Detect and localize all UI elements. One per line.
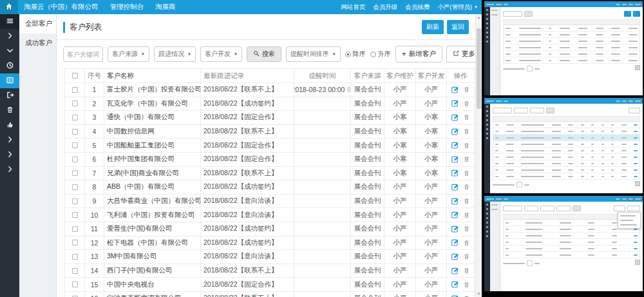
row-checkbox[interactable]	[72, 212, 78, 218]
row-checkbox[interactable]	[72, 268, 78, 274]
delete-icon[interactable]	[463, 128, 470, 135]
delete-icon[interactable]	[463, 211, 470, 219]
submenu-item-success-customers[interactable]: 成功客户	[19, 34, 56, 53]
sidebar-chevron-right-icon[interactable]	[0, 148, 19, 162]
edit-icon[interactable]	[451, 99, 459, 108]
row-checkbox[interactable]	[72, 157, 78, 162]
delete-icon[interactable]	[463, 294, 470, 297]
navbar-item-member-upgrade[interactable]: 会员升级	[369, 0, 401, 14]
edit-icon[interactable]	[451, 86, 459, 94]
user-menu[interactable]: 小严(管理员) ▼	[433, 0, 482, 14]
search-icon	[253, 50, 260, 58]
edit-icon[interactable]	[451, 183, 459, 191]
delete-icon[interactable]	[463, 225, 470, 233]
navbar-brand[interactable]: 淘展云（中国）有限公司	[18, 0, 104, 14]
keyword-input[interactable]	[63, 46, 103, 62]
row-checkbox[interactable]	[72, 198, 78, 204]
row-checkbox[interactable]	[72, 282, 78, 287]
sidebar-logout-icon[interactable]	[0, 88, 19, 103]
row-checkbox[interactable]	[72, 129, 78, 135]
edit-icon[interactable]	[451, 113, 459, 122]
vertical-scrollbar[interactable]: ▲ ▼	[475, 14, 482, 297]
row-checkbox[interactable]	[72, 101, 78, 106]
delete-icon[interactable]	[463, 113, 470, 121]
scrollbar-thumb[interactable]	[477, 28, 481, 109]
row-checkbox[interactable]	[72, 87, 78, 93]
sort-desc-radio[interactable]: 降序	[345, 50, 366, 59]
text-placeholder	[504, 101, 508, 102]
sort-select[interactable]: 提醒时间排序 ▼	[286, 46, 341, 62]
row-checkbox[interactable]	[72, 254, 78, 260]
sidebar-trash-icon[interactable]	[0, 103, 19, 118]
navbar-item-console[interactable]: 管理控制台	[104, 0, 150, 14]
add-customer-button[interactable]: + 新增客户	[395, 46, 442, 62]
sidebar-chevron-down-icon[interactable]	[0, 44, 19, 59]
navbar-item-site-home[interactable]: 网站首页	[337, 0, 369, 14]
delete-icon[interactable]	[463, 142, 470, 149]
mini-icon	[486, 128, 488, 130]
delete-icon[interactable]	[463, 197, 470, 205]
edit-icon[interactable]	[451, 253, 459, 261]
edit-icon[interactable]	[451, 225, 459, 233]
edit-icon[interactable]	[451, 267, 459, 275]
edit-icon[interactable]	[451, 169, 459, 177]
delete-icon[interactable]	[463, 155, 470, 163]
remind-time	[294, 195, 351, 208]
row-checkbox[interactable]	[72, 184, 78, 190]
text-placeholder	[591, 137, 594, 139]
submenu-item-all-customers[interactable]: 全部客户	[19, 14, 56, 34]
edit-icon[interactable]	[451, 155, 459, 164]
edit-icon[interactable]	[451, 128, 459, 136]
sidebar-menu-icon[interactable]	[0, 14, 19, 29]
edit-icon[interactable]	[451, 211, 459, 219]
sidebar-customer-list-icon[interactable]	[0, 73, 19, 88]
sidebar-history-icon[interactable]	[0, 59, 19, 73]
sidebar-chevron-right-icon[interactable]	[0, 29, 19, 44]
delete-icon[interactable]	[463, 281, 470, 289]
edit-icon[interactable]	[451, 141, 459, 149]
delete-icon[interactable]	[463, 239, 470, 247]
customer-keeper: 小严	[384, 264, 416, 278]
row-checkbox[interactable]	[72, 115, 78, 120]
delete-icon[interactable]	[463, 183, 470, 191]
navbar-item-member-renew[interactable]: 会员续费	[401, 0, 433, 14]
preview-bottom	[484, 196, 643, 291]
text-placeholder	[552, 124, 561, 126]
edit-icon[interactable]	[451, 197, 459, 206]
navbar-item-taozhanshang[interactable]: 淘展商	[149, 0, 182, 14]
row-checkbox[interactable]	[72, 240, 78, 245]
sidebar-chevron-right-icon[interactable]	[0, 162, 19, 177]
text-placeholder	[629, 28, 638, 29]
delete-icon[interactable]	[463, 86, 470, 93]
edit-icon[interactable]	[451, 280, 459, 289]
remind-time: 2018-08-23 00:00	[294, 83, 351, 97]
row-actions	[447, 278, 475, 291]
refresh-button[interactable]: 刷新	[422, 20, 444, 34]
back-button[interactable]: 返回	[447, 20, 469, 34]
mini-pagination	[503, 260, 640, 266]
delete-icon[interactable]	[463, 267, 470, 274]
row-checkbox[interactable]	[72, 226, 78, 232]
source-select[interactable]: 客户来源 ▼	[108, 46, 149, 62]
developer-select[interactable]: 客户开发 ▼	[200, 46, 242, 62]
mini-icon	[486, 32, 488, 34]
remind-time	[294, 292, 351, 297]
delete-icon[interactable]	[463, 100, 470, 108]
sidebar-thumbs-up-icon[interactable]	[0, 118, 19, 133]
edit-icon[interactable]	[451, 238, 459, 247]
search-button[interactable]: 搜索	[247, 46, 281, 62]
edit-icon[interactable]	[451, 294, 459, 297]
scroll-up-icon[interactable]: ▲	[476, 15, 482, 20]
select-all-checkbox[interactable]	[72, 73, 78, 79]
delete-icon[interactable]	[463, 253, 470, 260]
sort-asc-radio[interactable]: 升序	[370, 50, 391, 59]
delete-icon[interactable]	[463, 169, 470, 177]
scroll-down-icon[interactable]: ▼	[476, 291, 482, 296]
progress-select[interactable]: 跟进情况 ▼	[154, 46, 196, 62]
row-checkbox[interactable]	[72, 142, 78, 148]
mini-filter-box	[530, 108, 544, 113]
text-placeholder	[601, 150, 604, 151]
sidebar-chevron-right-icon[interactable]	[0, 133, 19, 148]
home-button[interactable]	[0, 0, 18, 14]
row-checkbox[interactable]	[72, 170, 78, 176]
